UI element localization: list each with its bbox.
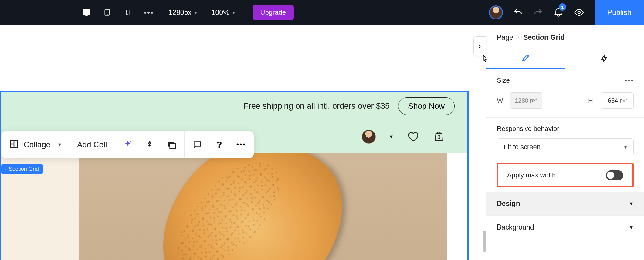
promo-banner: Free shipping on all intl. orders over $… bbox=[0, 91, 469, 120]
breadcrumb-root[interactable]: Page bbox=[497, 33, 513, 42]
width-label: W bbox=[497, 97, 504, 104]
desktop-viewport-button[interactable] bbox=[82, 8, 91, 17]
product-image bbox=[79, 153, 447, 260]
chevron-down-icon: ▾ bbox=[58, 141, 61, 148]
store-avatar[interactable] bbox=[362, 130, 376, 144]
chevron-down-icon[interactable]: ▾ bbox=[390, 133, 393, 140]
toolbar-help-group: ? ••• bbox=[185, 131, 254, 158]
chevron-right-icon: › bbox=[517, 35, 519, 40]
wishlist-icon[interactable] bbox=[407, 130, 419, 143]
height-unit: px* bbox=[620, 98, 627, 104]
design-accordion[interactable]: Design ▼ bbox=[486, 192, 644, 215]
apply-max-width-row: Apply max width bbox=[497, 163, 634, 187]
help-icon[interactable]: ? bbox=[214, 140, 224, 149]
breadcrumb-current: Section Grid bbox=[523, 33, 565, 42]
responsive-label: Responsive behavior bbox=[497, 125, 634, 133]
svg-point-7 bbox=[130, 141, 131, 142]
inspector-panel: Page › Section Grid Size ••• W 1280 px* … bbox=[486, 25, 644, 260]
width-value: 1280 bbox=[515, 97, 528, 104]
svg-rect-0 bbox=[83, 9, 90, 14]
notifications-button[interactable]: 1 bbox=[553, 6, 564, 19]
height-value: 634 bbox=[608, 97, 618, 104]
responsive-dropdown[interactable]: Fit to screen ▾ bbox=[497, 138, 634, 156]
design-accordion-label: Design bbox=[497, 200, 520, 208]
more-actions-icon[interactable]: ••• bbox=[236, 140, 246, 149]
page-header-blank bbox=[0, 58, 469, 91]
mobile-viewport-button[interactable] bbox=[123, 8, 132, 17]
canvas-area[interactable]: Free shipping on all intl. orders over $… bbox=[0, 25, 486, 260]
chevron-down-icon: ▾ bbox=[624, 144, 627, 150]
selection-tag-label: Section Grid bbox=[9, 166, 39, 172]
cart-count: 0 bbox=[433, 134, 445, 140]
add-cell-button[interactable]: Add Cell bbox=[69, 131, 115, 158]
size-section-header: Size ••• bbox=[486, 69, 644, 86]
layout-mode-dropdown[interactable]: Collage ▾ bbox=[1, 131, 69, 158]
triangle-down-icon: ▼ bbox=[629, 225, 634, 230]
selection-tag[interactable]: ‹ Section Grid bbox=[1, 164, 43, 174]
background-accordion-label: Background bbox=[497, 223, 534, 231]
triangle-down-icon: ▼ bbox=[629, 201, 634, 207]
width-unit: px* bbox=[530, 98, 538, 104]
responsive-value: Fit to screen bbox=[504, 143, 541, 151]
ai-sparkle-icon[interactable] bbox=[123, 140, 133, 149]
apply-max-width-toggle[interactable] bbox=[606, 170, 623, 180]
cart-icon[interactable]: 0 bbox=[433, 130, 445, 143]
zoom-dropdown[interactable]: 100% ▾ bbox=[212, 9, 235, 17]
background-accordion[interactable]: Background ▼ bbox=[486, 215, 644, 239]
preview-button[interactable] bbox=[574, 7, 584, 18]
panel-collapse-handle[interactable]: › bbox=[473, 36, 486, 56]
height-input[interactable]: 634 px* bbox=[602, 92, 634, 109]
zoom-value: 100% bbox=[212, 9, 229, 17]
undo-button[interactable] bbox=[513, 8, 523, 17]
collage-icon bbox=[9, 139, 19, 150]
tab-design[interactable] bbox=[486, 48, 565, 69]
size-inputs-row: W 1280 px* H 634 px* bbox=[486, 86, 644, 118]
tab-interactions[interactable] bbox=[565, 48, 644, 69]
user-avatar[interactable] bbox=[489, 5, 503, 19]
topbar-left-group: ••• 1280px ▾ 100% ▾ Upgrade bbox=[0, 5, 294, 20]
inspector-tabs bbox=[486, 48, 644, 69]
svg-point-4 bbox=[127, 14, 128, 14]
comment-icon[interactable] bbox=[192, 140, 202, 149]
promo-text: Free shipping on all intl. orders over $… bbox=[243, 101, 390, 111]
publish-button[interactable]: Publish bbox=[595, 0, 644, 25]
toolbar-actions-group bbox=[115, 131, 185, 158]
size-label: Size bbox=[497, 77, 510, 84]
add-cell-label: Add Cell bbox=[77, 140, 107, 149]
top-toolbar: ••• 1280px ▾ 100% ▾ Upgrade 1 Publish bbox=[0, 0, 644, 25]
chevron-right-icon: › bbox=[479, 42, 481, 50]
canvas-scrollbar[interactable] bbox=[483, 231, 486, 252]
element-toolbar: Collage ▾ Add Cell ? ••• bbox=[1, 131, 254, 158]
svg-point-2 bbox=[107, 14, 107, 15]
notification-badge: 1 bbox=[559, 3, 566, 11]
upgrade-button[interactable]: Upgrade bbox=[253, 5, 294, 20]
breadcrumb: Page › Section Grid bbox=[486, 25, 644, 48]
chevron-down-icon: ▾ bbox=[195, 10, 197, 15]
svg-rect-9 bbox=[170, 144, 176, 148]
redo-button[interactable] bbox=[533, 8, 543, 17]
responsive-section: Responsive behavior Fit to screen ▾ Appl… bbox=[486, 118, 644, 192]
tablet-viewport-button[interactable] bbox=[103, 8, 112, 17]
chevron-left-icon: ‹ bbox=[5, 167, 7, 172]
svg-point-5 bbox=[578, 11, 581, 14]
layers-icon[interactable] bbox=[167, 140, 176, 149]
layout-mode-label: Collage bbox=[24, 140, 50, 149]
chevron-down-icon: ▾ bbox=[232, 10, 235, 15]
shop-now-button[interactable]: Shop Now bbox=[398, 98, 455, 115]
sponge-graphic bbox=[131, 153, 373, 260]
apply-max-width-label: Apply max width bbox=[507, 171, 556, 179]
stack-icon[interactable] bbox=[145, 140, 154, 149]
more-viewports-button[interactable]: ••• bbox=[144, 8, 154, 17]
viewport-width-dropdown[interactable]: 1280px ▾ bbox=[168, 9, 197, 17]
viewport-width-value: 1280px bbox=[168, 9, 191, 17]
height-label: H bbox=[588, 97, 595, 104]
size-more-button[interactable]: ••• bbox=[625, 77, 634, 84]
topbar-right-group: 1 Publish bbox=[489, 0, 644, 25]
width-input[interactable]: 1280 px* bbox=[510, 92, 542, 109]
